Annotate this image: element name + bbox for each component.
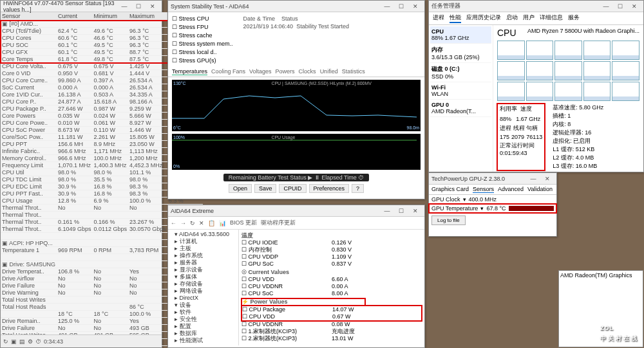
sidebar-item[interactable]: CPU88% 1.67 GHz [430, 26, 491, 44]
min-icon[interactable]: — [381, 3, 393, 10]
sidebar-item[interactable]: 内存3.6/15.3 GB (25%) [430, 44, 491, 63]
cpu-speed: 1.67 GHz [516, 116, 540, 122]
toolbar-button[interactable]: 驱动程序更新 [261, 219, 296, 227]
toolbar-button[interactable]: 📊 [219, 220, 226, 226]
tree-item[interactable]: ▸ 软件 [169, 309, 237, 316]
min-icon[interactable]: — [527, 176, 540, 182]
hwinfo-toolbar: ↻ ▣ ▤ ⚙ ⏱ 0:34:43 [1, 334, 162, 347]
tab[interactable]: 进程 [433, 14, 444, 23]
hwinfo-titlebar[interactable]: HWiNFO64 v7.07-4470 Sensor Status [193 v… [1, 1, 162, 12]
cpu-util: 88% [500, 116, 511, 122]
aida-toolbar: ←→↻✕📋📊BIOS 更新驱动程序更新 [168, 217, 424, 230]
taskmgr-tabs: 进程性能应用历史记录启动用户详细信息服务 [429, 12, 643, 25]
close-icon[interactable]: ✕ [628, 3, 641, 10]
tab[interactable]: Cooling Fans [211, 68, 245, 75]
toolbar-button[interactable]: 📋 [208, 220, 215, 226]
tab[interactable]: 启动 [506, 14, 518, 23]
max-icon[interactable]: ☐ [614, 3, 627, 10]
aida-titlebar[interactable]: AIDA64 Extreme —☐✕ [168, 205, 424, 217]
grid-icon[interactable]: ▤ [19, 338, 25, 345]
status-bar: Remaining Battery Test Status ▶ ⏸ Elapse… [168, 172, 424, 183]
gpu-clock-row: GPU Clock▾ 400.0 MHz [429, 195, 556, 204]
tab[interactable]: 服务 [568, 14, 580, 23]
button[interactable]: Preferences [309, 184, 350, 193]
clock-icon[interactable]: ⏱ [35, 338, 41, 345]
layout-icon[interactable]: ▣ [11, 338, 17, 345]
stability-tabs: TemperaturesCooling FansVoltagesPowersCl… [168, 67, 424, 77]
toolbar-button[interactable]: ← [171, 220, 176, 226]
hwinfo-window: HWiNFO64 v7.07-4470 Sensor Status [193 v… [0, 0, 162, 348]
stability-window: System Stability Test - AIDA64 —☐✕ Stres… [167, 0, 425, 199]
gpu-temp-row: GPU Temperature▾ 67.8 °C [429, 204, 556, 213]
tree-item[interactable]: ▸ 服务器 [169, 259, 237, 266]
toolbar-button[interactable]: ↻ [190, 220, 195, 226]
min-icon[interactable]: — [381, 208, 393, 214]
stress-checkbox[interactable]: Stress cache [172, 32, 233, 39]
tree-item[interactable]: ▾ AIDA64 v6.33.5600 [169, 231, 237, 238]
stability-titlebar[interactable]: System Stability Test - AIDA64 —☐✕ [168, 1, 424, 12]
tree-item[interactable]: ▸ 网络设备 [169, 288, 237, 295]
button[interactable]: ? [352, 184, 364, 193]
max-icon[interactable]: ☐ [395, 3, 408, 10]
tree-item[interactable]: ▸ 主板 [169, 245, 237, 252]
tree-item[interactable]: ▾ 设备 [169, 302, 237, 309]
tree-item[interactable]: ▸ 安全性 [169, 316, 237, 323]
tab[interactable]: Powers [276, 68, 295, 75]
button[interactable]: Save [254, 184, 277, 193]
tree-item[interactable]: ▸ 存储设备 [169, 280, 237, 288]
gear-icon[interactable]: ⚙ [28, 338, 33, 345]
max-icon[interactable]: ☐ [395, 208, 408, 214]
gpuz-titlebar[interactable]: TechPowerUp GPU-Z 2.38.0 —✕ [429, 173, 556, 185]
tab[interactable]: 详细信息 [540, 14, 563, 23]
tree-item[interactable]: ▸ 计算机 [169, 238, 237, 245]
tree-item[interactable]: ▸ 数据库 [169, 330, 237, 337]
tab[interactable]: Temperatures [172, 68, 207, 75]
tab[interactable]: Unified [320, 68, 338, 75]
stress-checkbox[interactable]: Stress system mem.. [172, 40, 233, 48]
max-icon[interactable]: ☐ [132, 3, 145, 10]
tree-item[interactable]: ▸ 操作系统 [169, 252, 237, 259]
toolbar-button[interactable]: BIOS 更新 [230, 219, 257, 227]
tab[interactable]: Voltages [249, 68, 272, 75]
gpuz-window: TechPowerUp GPU-Z 2.38.0 —✕ Graphics Car… [428, 172, 557, 237]
min-icon[interactable]: — [600, 3, 612, 10]
stress-checkbox[interactable]: Stress FPU [172, 23, 233, 31]
list-row: ☐ CPU VDD0.67 W [242, 313, 421, 320]
button[interactable]: Open [229, 184, 252, 193]
toolbar-button[interactable]: ✕ [199, 220, 204, 226]
sidebar-item[interactable]: GPU 0AMD Radeon(T... [430, 100, 491, 117]
list-row: ☐ 内存控制0.830 V [242, 246, 422, 253]
stress-checkbox[interactable]: Stress CPU [172, 15, 233, 23]
list-row: ☐ CPU VDDP1.109 V [242, 253, 422, 261]
close-icon[interactable]: ✕ [146, 3, 159, 10]
close-icon[interactable]: ✕ [409, 3, 422, 10]
stress-checkbox[interactable]: Stress GPU(s) [172, 57, 233, 64]
tree-item[interactable]: ▸ DirectX [169, 295, 237, 302]
taskmgr-titlebar[interactable]: 任务管理器 —☐✕ [429, 1, 643, 12]
taskmgr-window: 任务管理器 —☐✕ 进程性能应用历史记录启动用户详细信息服务 CPU88% 1.… [428, 0, 644, 172]
stress-checkbox[interactable]: Stress local d.. [172, 48, 233, 56]
close-icon[interactable]: ✕ [541, 176, 554, 182]
aida-tree[interactable]: ▾ AIDA64 v6.33.5600 ▸ 计算机 ▸ 主板 ▸ 操作系统 ▸ … [168, 230, 239, 345]
tab[interactable]: 性能 [450, 14, 461, 23]
close-icon[interactable]: ✕ [409, 208, 422, 214]
temp-graph: CPU | SAMSUNG (M2.SSD) HiLynix (M.2) 800… [172, 80, 421, 131]
tree-item[interactable]: ▸ 性能测试 [169, 337, 237, 344]
sidebar-item[interactable]: Wi-FiWLAN [430, 82, 491, 100]
min-icon[interactable]: — [118, 3, 131, 10]
tab[interactable]: Statistics [342, 68, 365, 75]
list-row: ☐ CPU VDDNR0.00 A [242, 283, 422, 290]
toolbar-button[interactable]: → [180, 220, 186, 226]
temp-bar [509, 206, 554, 211]
uptime-label: 0:34:43 [44, 338, 63, 345]
button[interactable]: CPUID [279, 184, 306, 193]
log-button[interactable]: Log to file [431, 215, 466, 225]
tab[interactable]: 用户 [523, 14, 535, 23]
tab[interactable]: Clocks [299, 68, 316, 75]
tree-item[interactable]: ▸ 配置 [169, 323, 237, 330]
sidebar-item[interactable]: 磁盘 0 (C:)SSD 0% [430, 63, 491, 82]
tree-item[interactable]: ▸ 显示设备 [169, 266, 237, 273]
tab[interactable]: 应用历史记录 [466, 14, 501, 23]
tree-item[interactable]: ▾ 多媒体 [169, 273, 237, 280]
refresh-icon[interactable]: ↻ [3, 338, 8, 345]
